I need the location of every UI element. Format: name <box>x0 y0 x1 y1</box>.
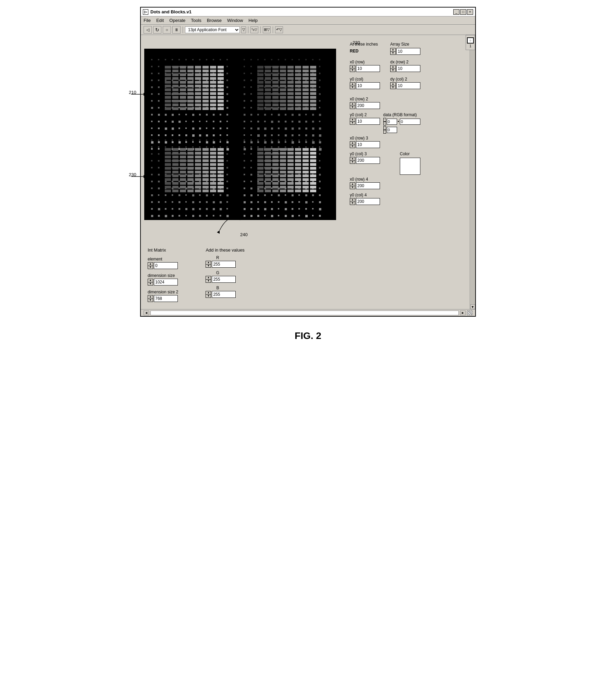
dot-top[interactable]: · <box>383 118 386 122</box>
data-rgb-input-2[interactable] <box>387 127 397 133</box>
menu-help[interactable]: Help <box>248 18 258 23</box>
toolbar-refresh-btn[interactable]: ↻ <box>153 26 161 34</box>
font-select[interactable]: 13pt Application Font <box>185 26 240 33</box>
status-scroll-left[interactable]: ◄ <box>144 311 149 315</box>
spinner-down[interactable]: ▼ <box>350 122 355 125</box>
y0-col-4-input[interactable] <box>356 198 380 205</box>
dot-top[interactable]: · <box>383 126 386 130</box>
resize-handle[interactable] <box>467 311 472 315</box>
title-controls: _ □ × <box>453 9 473 15</box>
y0-col-input[interactable] <box>356 82 380 89</box>
x0-row-input[interactable] <box>356 65 380 72</box>
x0-row-4-spinner[interactable]: ▲ ▼ <box>350 182 355 189</box>
b-spinner[interactable]: ▲ ▼ <box>206 291 211 298</box>
menu-browse[interactable]: Browse <box>207 18 222 23</box>
y0-col-4-spinner[interactable]: ▲ ▼ <box>350 198 355 205</box>
data-rgb-spinner-1[interactable]: · · <box>383 118 386 125</box>
y0-col-spinner[interactable]: ▲ ▼ <box>350 82 355 89</box>
dimension-size-2-input[interactable] <box>154 295 178 302</box>
x0-row-control: x0 (row) ▲ ▼ <box>350 60 380 72</box>
spinner-down[interactable]: ▼ <box>350 106 355 109</box>
close-button[interactable]: × <box>467 9 473 15</box>
b-control: B ▲ ▼ <box>206 286 244 298</box>
x0-row-2-spinner[interactable]: ▲ ▼ <box>350 102 355 109</box>
y0-col-2-spinner[interactable]: ▲ ▼ <box>350 118 355 125</box>
menu-tools[interactable]: Tools <box>191 18 201 23</box>
g-input[interactable] <box>212 276 236 283</box>
dx-row-2-spinner[interactable]: ▲ ▼ <box>390 65 396 72</box>
x0-row-4-input[interactable] <box>356 182 380 189</box>
view-dropdown[interactable]: ⊞▽ <box>263 26 271 33</box>
dim-size-spinner[interactable]: ▲ ▼ <box>148 279 153 286</box>
spinner-down[interactable]: ▼ <box>148 282 153 286</box>
dy-col-2-spinner[interactable]: ▲ ▼ <box>390 82 396 89</box>
y0-col-3-input[interactable] <box>356 157 380 164</box>
x0-row-3-spinner[interactable]: ▲ ▼ <box>350 141 355 148</box>
int-matrix-title: Int Matrix <box>148 247 178 253</box>
dx-row-2-input[interactable] <box>396 65 420 72</box>
r-input[interactable] <box>212 261 236 268</box>
data-rgb-input-wide[interactable] <box>400 119 420 125</box>
array-size-spinner[interactable]: ▲ ▼ <box>390 48 396 55</box>
status-scroll-right[interactable]: ► <box>460 311 466 315</box>
x0-row-2-input[interactable] <box>356 102 380 109</box>
data-rgb-spinner-2[interactable]: · · <box>383 126 386 134</box>
spinner-down[interactable]: ▼ <box>391 52 395 55</box>
y0-col-3-spinner[interactable]: ▲ ▼ <box>350 157 355 164</box>
app-icon: ▷ <box>143 9 148 15</box>
scroll-track <box>470 40 475 304</box>
spinner-down[interactable]: ▼ <box>350 186 355 189</box>
menu-edit[interactable]: Edit <box>156 18 164 23</box>
color-swatch[interactable] <box>400 158 420 175</box>
g-spinner[interactable]: ▲ ▼ <box>206 276 211 283</box>
maximize-button[interactable]: □ <box>460 9 466 15</box>
undo-dropdown[interactable]: ↶▽ <box>275 26 283 33</box>
x0-row-3-input[interactable] <box>356 141 380 148</box>
x0-row-spinner[interactable]: ▲ ▼ <box>350 65 355 72</box>
spinner-down[interactable]: ▼ <box>206 265 211 268</box>
spinner-down[interactable]: ▼ <box>391 69 395 72</box>
scroll-down-arrow[interactable]: ▼ <box>470 304 475 309</box>
menu-window[interactable]: Window <box>227 18 243 23</box>
dy-col-2-input-row: ▲ ▼ <box>390 82 420 89</box>
font-dropdown[interactable]: ▽ <box>241 26 246 33</box>
spinner-down[interactable]: ▼ <box>148 266 153 269</box>
b-label: B <box>206 286 230 290</box>
array-size-input[interactable] <box>396 48 420 55</box>
content-wrapper: ○ 1 empty picture 220 210 <box>141 35 475 309</box>
dy-col-2-input[interactable] <box>396 82 420 89</box>
menu-operate[interactable]: Operate <box>169 18 185 23</box>
toolbar-pause-btn[interactable]: ⏸ <box>172 26 181 34</box>
spinner-down[interactable]: ▼ <box>391 86 395 89</box>
spinner-down[interactable]: ▼ <box>350 145 355 148</box>
menu-file[interactable]: File <box>144 18 151 23</box>
r-spinner[interactable]: ▲ ▼ <box>206 261 211 268</box>
x0-row-input-row: ▲ ▼ <box>350 65 380 72</box>
b-input[interactable] <box>212 291 236 298</box>
element-spinner[interactable]: ▲ ▼ <box>148 262 153 269</box>
minimize-button[interactable]: _ <box>453 9 459 15</box>
spinner-down[interactable]: ▼ <box>206 295 211 298</box>
window-title: Dots and Blocks.v1 <box>150 9 192 14</box>
toolbar-back-btn[interactable]: ◁ <box>144 26 152 34</box>
y0-col-4-control: y0 (col) 4 ▲ ▼ <box>350 193 420 205</box>
element-input[interactable] <box>154 262 178 269</box>
dim-size-2-spinner[interactable]: ▲ ▼ <box>148 295 153 302</box>
spinner-down[interactable]: ▼ <box>350 161 355 164</box>
main-content: empty picture 220 210 230 <box>141 35 424 309</box>
spinner-down[interactable]: ▼ <box>350 202 355 205</box>
dot-bot[interactable]: · <box>383 130 386 134</box>
y0-col-2-input[interactable] <box>356 118 380 125</box>
g-label: G <box>206 270 230 275</box>
spinner-down[interactable]: ▼ <box>350 69 355 72</box>
image-canvas[interactable] <box>144 49 336 220</box>
top-right-row: At these inches RED Array Size ▲ ▼ <box>350 42 420 55</box>
data-rgb-input-1[interactable] <box>387 119 397 125</box>
spinner-down[interactable]: ▼ <box>206 280 211 283</box>
dimension-size-input[interactable] <box>154 279 178 286</box>
spinner-down[interactable]: ▼ <box>148 299 153 302</box>
scale-dropdown[interactable]: °o▽ <box>250 26 258 33</box>
toolbar-circle-btn[interactable]: ○ <box>163 26 171 34</box>
dot-bot[interactable]: · <box>383 122 386 125</box>
spinner-down[interactable]: ▼ <box>350 86 355 89</box>
